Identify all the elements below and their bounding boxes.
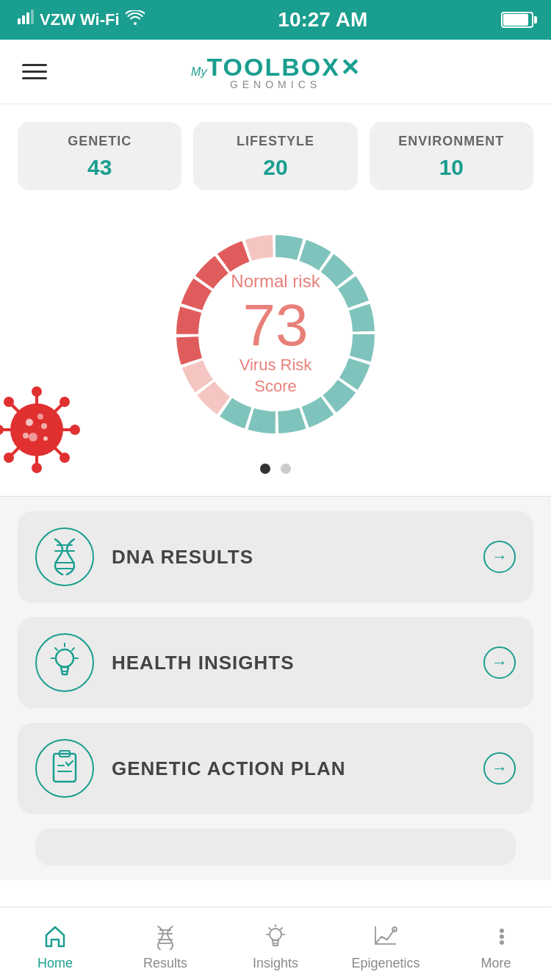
- status-time: 10:27 AM: [278, 8, 367, 32]
- epigenetics-nav-label: Epigenetics: [351, 956, 419, 971]
- logo-my: My: [191, 65, 206, 78]
- status-right: [501, 12, 533, 28]
- dna-results-arrow[interactable]: →: [483, 541, 516, 573]
- dna-nav-icon: [151, 922, 180, 951]
- svg-line-70: [281, 928, 282, 929]
- svg-point-12: [71, 426, 79, 433]
- clipboard-icon-circle: [35, 739, 94, 798]
- dna-results-label: DNA RESULTS: [112, 546, 466, 569]
- logo-toolbox: TOOLBOX: [206, 53, 340, 81]
- genetic-label: GENETIC: [68, 134, 132, 149]
- carrier-label: VZW Wi-Fi: [40, 10, 120, 29]
- donut-chart: // This won't run inline in SVG context …: [158, 217, 393, 452]
- svg-point-76: [500, 929, 504, 933]
- lifestyle-label: LIFESTYLE: [237, 134, 314, 149]
- chart-nav-icon: [371, 922, 400, 951]
- health-insights-card[interactable]: HEALTH INSIGHTS →: [18, 617, 533, 708]
- health-insights-label: HEALTH INSIGHTS: [112, 652, 466, 674]
- svg-rect-1: [22, 15, 25, 24]
- genetic-action-plan-card[interactable]: GENETIC ACTION PLAN →: [18, 723, 533, 814]
- logo-genomics: GENOMICS: [230, 79, 321, 90]
- svg-rect-58: [54, 754, 76, 782]
- svg-point-18: [5, 454, 12, 461]
- virus-image: [0, 386, 81, 474]
- lightbulb-nav-icon: [261, 922, 290, 951]
- svg-point-8: [33, 464, 40, 472]
- environment-value: 10: [439, 155, 464, 180]
- svg-point-22: [41, 423, 47, 429]
- home-nav-label: Home: [37, 956, 73, 971]
- health-insights-arrow[interactable]: →: [483, 646, 516, 679]
- battery-icon: [501, 12, 533, 28]
- environment-score-card: ENVIRONMENT 10: [370, 122, 533, 190]
- signal-icon: [18, 10, 34, 30]
- chart-section: // This won't run inline in SVG context …: [0, 202, 551, 496]
- lifestyle-score-card: LIFESTYLE 20: [193, 122, 357, 190]
- genetic-action-plan-label: GENETIC ACTION PLAN: [112, 757, 466, 780]
- genetic-value: 43: [87, 155, 112, 180]
- dot-2[interactable]: [281, 464, 291, 474]
- svg-line-57: [55, 648, 57, 650]
- svg-rect-2: [26, 12, 29, 24]
- lifestyle-value: 20: [263, 155, 287, 180]
- svg-line-55: [72, 648, 74, 650]
- svg-point-23: [29, 433, 37, 442]
- hamburger-menu[interactable]: [22, 64, 47, 79]
- risk-score: 73: [231, 296, 320, 355]
- svg-point-16: [61, 398, 68, 406]
- svg-rect-0: [18, 18, 21, 24]
- logo-x: ✕: [340, 54, 360, 81]
- lightbulb-icon-circle: [35, 633, 94, 692]
- app-header: MyTOOLBOX✕ GENOMICS: [0, 40, 551, 104]
- risk-label: Normal risk: [231, 271, 320, 292]
- nav-results[interactable]: Results: [110, 907, 220, 980]
- dna-results-card[interactable]: DNA RESULTS →: [18, 511, 533, 602]
- wifi-icon: [126, 10, 145, 29]
- risk-score-label: Virus RiskScore: [231, 355, 320, 397]
- genetic-score-card: GENETIC 43: [18, 122, 181, 190]
- svg-point-6: [33, 388, 40, 395]
- svg-line-72: [269, 928, 270, 929]
- dna-icon-circle: [35, 527, 94, 586]
- svg-point-26: [37, 414, 43, 419]
- nav-epigenetics[interactable]: Epigenetics: [331, 907, 441, 980]
- environment-label: ENVIRONMENT: [398, 134, 504, 149]
- svg-point-66: [270, 929, 281, 940]
- svg-point-21: [26, 419, 33, 426]
- status-bar: VZW Wi-Fi 10:27 AM: [0, 0, 551, 40]
- nav-insights[interactable]: Insights: [220, 907, 331, 980]
- nav-home[interactable]: Home: [0, 907, 110, 980]
- svg-point-25: [23, 433, 29, 439]
- svg-rect-3: [31, 10, 34, 24]
- genetic-action-plan-arrow[interactable]: →: [483, 752, 516, 785]
- donut-center: Normal risk 73 Virus RiskScore: [231, 271, 320, 397]
- svg-point-78: [500, 940, 504, 945]
- partial-card: [35, 829, 516, 865]
- scores-row: GENETIC 43 LIFESTYLE 20 ENVIRONMENT 10: [0, 104, 551, 202]
- nav-more[interactable]: More: [441, 907, 551, 980]
- svg-point-14: [5, 398, 12, 406]
- home-icon: [40, 922, 70, 951]
- svg-point-51: [56, 649, 73, 667]
- svg-point-10: [0, 426, 2, 433]
- bottom-nav: Home Results: [0, 907, 551, 980]
- insights-nav-label: Insights: [253, 956, 298, 971]
- svg-point-24: [43, 436, 48, 441]
- dot-1[interactable]: [260, 464, 270, 474]
- pagination-dots: [260, 464, 291, 474]
- more-nav-label: More: [480, 956, 511, 971]
- menu-section: DNA RESULTS → HEALTH INSIGHTS →: [0, 497, 551, 880]
- svg-point-20: [61, 454, 68, 461]
- status-left: VZW Wi-Fi: [18, 10, 145, 30]
- results-nav-label: Results: [143, 956, 187, 971]
- app-logo: MyTOOLBOX✕ GENOMICS: [191, 53, 360, 90]
- svg-point-77: [500, 934, 504, 939]
- more-nav-icon: [481, 922, 511, 951]
